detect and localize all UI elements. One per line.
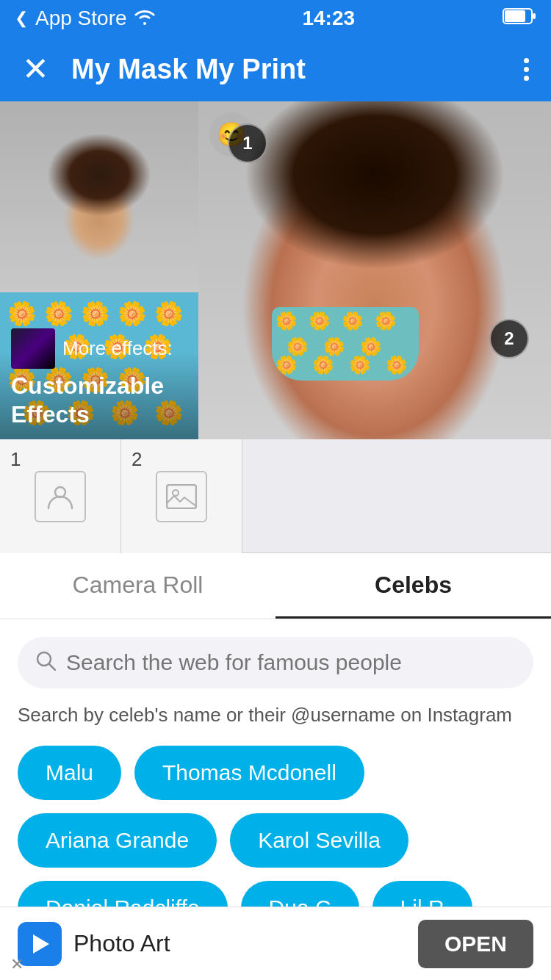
more-effects-top: More effects:	[11, 328, 187, 369]
slot-2-inner: 2	[121, 439, 242, 553]
svg-rect-4	[167, 485, 196, 508]
tab-camera-roll[interactable]: Camera Roll	[0, 553, 276, 619]
tabs-bar: Camera Roll Celebs	[0, 553, 551, 619]
badge-2: 2	[489, 319, 529, 359]
svg-point-5	[173, 490, 179, 496]
celeb-pill-karol[interactable]: Karol Sevilla	[230, 813, 408, 868]
mask-daisy-10: 🌼	[349, 355, 371, 375]
photo-slot-1[interactable]: 1	[0, 439, 121, 553]
slot-1-number: 1	[10, 448, 21, 471]
header-left: ✕ My Mask My Print	[22, 53, 306, 85]
more-effects-label: More effects:	[62, 337, 173, 360]
search-section: Search by celeb's name or their @usernam…	[0, 619, 551, 746]
mask-pattern: 🌼 🌼 🌼 🌼 🌼 🌼 🌼 🌼 🌼 🌼 🌼	[272, 307, 419, 381]
slot-2-number: 2	[132, 448, 142, 471]
banner-close-icon[interactable]: ✕	[10, 955, 24, 974]
slot-1-inner: 1	[0, 439, 120, 553]
close-button[interactable]: ✕	[22, 53, 49, 85]
more-dot-3	[524, 76, 529, 81]
more-button[interactable]	[524, 58, 529, 81]
celeb-row-2: Ariana Grande Karol Sevilla	[18, 813, 533, 881]
effects-thumb-inner	[11, 328, 55, 369]
slot-remainder	[242, 439, 551, 552]
celeb-pill-thomas[interactable]: Thomas Mcdonell	[134, 746, 364, 800]
mask-daisy-8: 🌼	[276, 355, 298, 375]
mask-daisy-11: 🌼	[386, 355, 408, 375]
search-bar[interactable]	[18, 637, 533, 688]
app-title: My Mask My Print	[71, 54, 306, 85]
more-effects-overlay: More effects: Customizable Effects	[0, 292, 198, 439]
mask-daisy-1: 🌼	[276, 311, 298, 331]
mask-daisy-3: 🌼	[342, 311, 364, 331]
open-button[interactable]: OPEN	[418, 920, 533, 968]
status-left: ❮ App Store	[15, 7, 155, 30]
mask-daisy-2: 🌼	[309, 311, 331, 331]
svg-line-7	[49, 664, 55, 670]
celeb-pill-ariana[interactable]: Ariana Grande	[18, 813, 217, 868]
svg-rect-1	[505, 10, 525, 22]
photo-slots: 1 2	[0, 439, 551, 553]
celeb-pill-malu[interactable]: Malu	[18, 746, 121, 800]
battery-icon	[503, 8, 536, 29]
svg-marker-8	[33, 934, 49, 954]
mask-daisy-5: 🌼	[287, 336, 309, 357]
mask-daisy-7: 🌼	[360, 336, 382, 357]
search-icon	[35, 650, 56, 676]
more-dot-1	[524, 58, 529, 63]
mask-daisy-4: 🌼	[375, 311, 397, 331]
slot-2-icon	[156, 471, 207, 522]
more-dot-2	[524, 67, 529, 72]
slot-1-icon	[35, 471, 86, 522]
banner-left: Photo Art	[18, 922, 170, 966]
svg-rect-2	[533, 13, 536, 19]
image-section: 🌼 🌼 🌼 🌼 🌼 🌼 🌼 🌼 🌼 🌼 🌼 🌼 🌼 🌼 🌼 🌼 🌼	[0, 101, 551, 439]
back-chevron-icon: ❮	[15, 9, 28, 28]
banner-title: Photo Art	[73, 930, 170, 957]
status-right	[503, 8, 536, 29]
top-photo-person	[0, 101, 198, 292]
status-time: 14:23	[302, 7, 355, 30]
search-hint: Search by celeb's name or their @usernam…	[18, 702, 533, 746]
app-header: ✕ My Mask My Print	[0, 37, 551, 101]
tab-celebs[interactable]: Celebs	[276, 553, 551, 619]
photo-slot-2[interactable]: 2	[121, 439, 242, 553]
top-photo	[0, 101, 198, 292]
search-input[interactable]	[66, 650, 516, 675]
left-panel: 🌼 🌼 🌼 🌼 🌼 🌼 🌼 🌼 🌼 🌼 🌼 🌼 🌼 🌼 🌼 🌼 🌼	[0, 101, 198, 439]
mask-daisy-6: 🌼	[323, 336, 345, 357]
mask-overlay: 🌼 🌼 🌼 🌼 🌼 🌼 🌼 🌼 🌼 🌼 🌼	[272, 307, 419, 381]
badge-1: 1	[228, 123, 267, 163]
bottom-photo: 🌼 🌼 🌼 🌼 🌼 🌼 🌼 🌼 🌼 🌼 🌼 🌼 🌼 🌼 🌼 🌼 🌼	[0, 292, 198, 439]
bottom-banner: Photo Art OPEN ✕	[0, 907, 551, 980]
app-store-label: App Store	[35, 7, 127, 30]
celeb-row-1: Malu Thomas Mcdonell	[18, 746, 533, 813]
effects-title: Customizable Effects	[11, 372, 187, 428]
status-bar: ❮ App Store 14:23	[0, 0, 551, 37]
banner-app-icon	[18, 922, 62, 966]
wifi-icon	[134, 7, 155, 30]
right-panel: 🌼 🌼 🌼 🌼 🌼 🌼 🌼 🌼 🌼 🌼 🌼 😊 1	[198, 101, 551, 439]
mask-daisy-9: 🌼	[312, 355, 334, 375]
effects-thumbnail	[11, 328, 55, 369]
